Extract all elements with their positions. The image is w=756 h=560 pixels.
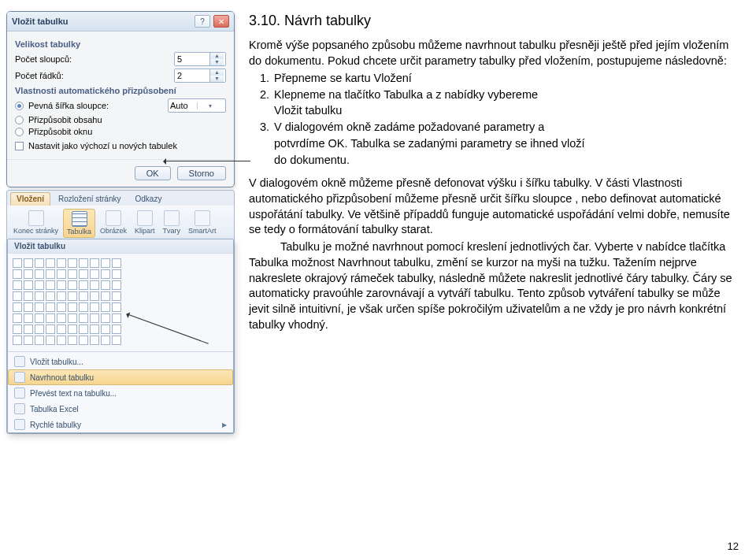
radio-fixed-label: Pevná šířka sloupce: bbox=[28, 101, 163, 110]
radio-fit-content[interactable] bbox=[15, 116, 24, 124]
tab-page-layout[interactable]: Rozložení stránky bbox=[52, 192, 127, 206]
columns-label: Počet sloupců: bbox=[15, 54, 169, 64]
menu-excel-table[interactable]: Tabulka Excel bbox=[8, 401, 233, 417]
menu-draw-table[interactable]: Navrhnout tabulku bbox=[8, 369, 233, 385]
table-dropdown: Vložit tabulku Vložit tabulku... bbox=[7, 239, 234, 433]
shapes-icon bbox=[164, 210, 180, 226]
step-number: 1. bbox=[255, 71, 269, 87]
convert-icon bbox=[14, 388, 25, 399]
checkbox-default[interactable] bbox=[15, 142, 24, 150]
spin-up-icon[interactable]: ▲ bbox=[209, 69, 224, 76]
checkbox-default-label: Nastavit jako výchozí u nových tabulek bbox=[28, 141, 177, 150]
dropdown-title: Vložit tabulku bbox=[8, 239, 233, 254]
menu-insert-table[interactable]: Vložit tabulku... bbox=[8, 354, 233, 369]
ok-button[interactable]: OK bbox=[135, 166, 171, 180]
pencil-icon bbox=[14, 372, 25, 383]
menu-excel-table-label: Tabulka Excel bbox=[30, 405, 79, 414]
smartart-icon bbox=[195, 210, 210, 226]
ribbon-page-break[interactable]: Konec stránky bbox=[10, 209, 61, 238]
clipart-icon bbox=[137, 210, 153, 226]
step-text: V dialogovém okně zadáme požadované para… bbox=[274, 120, 544, 135]
rows-label: Počet řádků: bbox=[15, 71, 169, 80]
rows-input[interactable] bbox=[175, 70, 209, 81]
quick-tables-icon bbox=[14, 419, 25, 430]
dialog-title: Vložit tabulku bbox=[12, 17, 191, 26]
section-heading: 3.10. Návrh tabulky bbox=[249, 11, 740, 30]
body-paragraph: V dialogovém okně můžeme přesně defonova… bbox=[249, 176, 740, 238]
step-text: Vložit tabulku bbox=[274, 103, 342, 119]
ribbon-shapes-label: Tvary bbox=[163, 228, 181, 235]
ribbon-table[interactable]: Tabulka bbox=[63, 209, 95, 238]
menu-convert-text[interactable]: Převést text na tabulku... bbox=[8, 385, 233, 401]
ribbon-smartart-label: SmartArt bbox=[188, 228, 217, 235]
annotation-arrow bbox=[164, 161, 250, 161]
chevron-right-icon: ▶ bbox=[222, 421, 227, 428]
cancel-button[interactable]: Storno bbox=[177, 166, 226, 180]
group-autofit-label: Vlastnosti automatického přizpůsobení bbox=[15, 86, 226, 95]
table-icon bbox=[72, 211, 87, 227]
ribbon-smartart[interactable]: SmartArt bbox=[185, 209, 220, 238]
menu-insert-table-label: Vložit tabulku... bbox=[30, 358, 83, 366]
chevron-down-icon[interactable]: ▾ bbox=[197, 102, 224, 109]
spin-down-icon[interactable]: ▼ bbox=[209, 59, 224, 65]
spin-up-icon[interactable]: ▲ bbox=[209, 53, 224, 59]
fixed-width-combo[interactable]: Auto ▾ bbox=[168, 98, 226, 113]
menu-quick-tables[interactable]: Rychlé tabulky ▶ bbox=[8, 417, 233, 432]
ribbon-shapes[interactable]: Tvary bbox=[160, 209, 184, 238]
radio-fit-window[interactable] bbox=[15, 128, 24, 136]
radio-fit-content-label: Přizpůsobit obsahu bbox=[28, 115, 102, 124]
table-size-grid[interactable] bbox=[8, 254, 233, 350]
body-paragraph: Tabulku je možné navrhnout pomocí kresle… bbox=[249, 239, 740, 332]
grid-icon bbox=[14, 356, 25, 367]
ribbon-clipart-label: Klipart bbox=[135, 228, 155, 235]
picture-icon bbox=[106, 210, 121, 226]
rows-spinner[interactable]: ▲▼ bbox=[174, 69, 226, 83]
ribbon-page-break-label: Konec stránky bbox=[13, 228, 58, 235]
fixed-width-value: Auto bbox=[170, 101, 197, 110]
page-break-icon bbox=[28, 210, 44, 226]
step-number: 3. bbox=[255, 120, 269, 135]
menu-quick-tables-label: Rychlé tabulky bbox=[30, 421, 81, 429]
menu-convert-text-label: Převést text na tabulku... bbox=[30, 389, 117, 398]
excel-icon bbox=[14, 403, 25, 414]
group-size-label: Velikost tabulky bbox=[15, 39, 226, 49]
close-button[interactable]: ✕ bbox=[213, 15, 229, 28]
tab-references[interactable]: Odkazy bbox=[129, 192, 169, 206]
tab-insert[interactable]: Vložení bbox=[10, 192, 50, 206]
columns-input[interactable] bbox=[175, 54, 209, 65]
step-text: Klepneme na tlačítko Tabulka a z nabídky… bbox=[274, 87, 538, 103]
columns-spinner[interactable]: ▲▼ bbox=[174, 52, 226, 66]
ribbon-picture-label: Obrázek bbox=[100, 228, 127, 235]
ribbon-clipart[interactable]: Klipart bbox=[132, 209, 158, 238]
step-text: Přepneme se kartu Vložení bbox=[274, 71, 412, 87]
spin-down-icon[interactable]: ▼ bbox=[209, 76, 224, 82]
step-number: 2. bbox=[255, 87, 269, 103]
page-number: 12 bbox=[728, 540, 739, 552]
help-button[interactable]: ? bbox=[195, 15, 210, 28]
ribbon-table-label: Tabulka bbox=[67, 228, 91, 235]
intro-paragraph: Kromě výše popsaného způsobu můžeme navr… bbox=[249, 38, 740, 69]
radio-fixed-width[interactable] bbox=[15, 102, 24, 110]
menu-draw-table-label: Navrhnout tabulku bbox=[30, 373, 94, 382]
ribbon-picture[interactable]: Obrázek bbox=[97, 209, 130, 238]
step-text: do dokumentu. bbox=[274, 153, 350, 169]
step-text: potvrdíme OK. Tabulka se zadanými parame… bbox=[274, 136, 585, 152]
dialog-titlebar: Vložit tabulku ? ✕ bbox=[7, 12, 234, 32]
ribbon: Vložení Rozložení stránky Odkazy Konec s… bbox=[6, 190, 235, 434]
radio-fit-window-label: Přizpůsobit oknu bbox=[28, 127, 92, 136]
